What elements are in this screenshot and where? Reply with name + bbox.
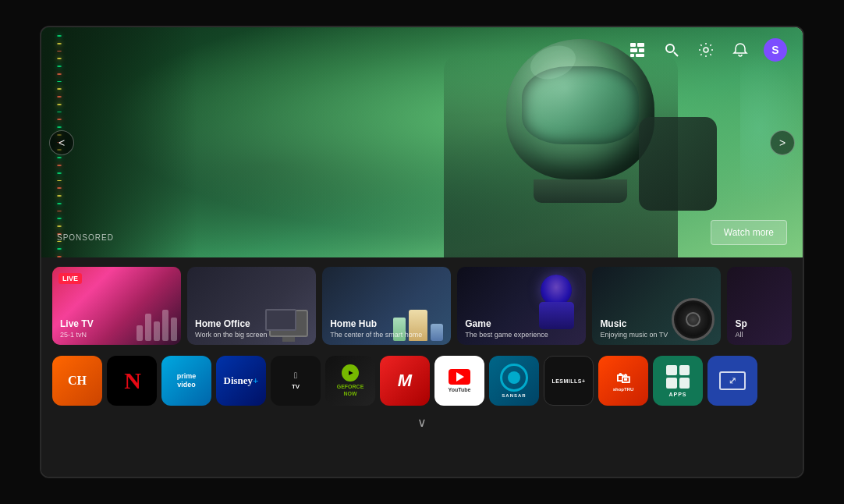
home-office-title: Home Office xyxy=(195,318,267,329)
hero-next-button[interactable]: > xyxy=(770,130,795,155)
apps-grid-icon xyxy=(666,365,690,389)
category-tile-music[interactable]: Music Enjoying music on TV xyxy=(592,267,721,345)
light-dot xyxy=(57,218,62,219)
app-prime-video[interactable]: primevideo xyxy=(161,356,211,406)
hero-prev-button[interactable]: < xyxy=(49,130,74,155)
light-dot xyxy=(57,157,62,158)
masterclass-logo: M xyxy=(398,371,412,391)
svg-point-8 xyxy=(704,48,708,52)
category-tile-sp[interactable]: Sp All xyxy=(727,267,792,345)
home-office-text: Home Office Work on the big screen xyxy=(195,318,267,339)
apps-dot xyxy=(666,365,677,376)
sansar-inner-circle xyxy=(508,371,520,384)
apps-row: CH N primevideo Disney+ TV ▶ GEFORCENOW xyxy=(41,351,803,412)
home-office-subtitle: Work on the big screen xyxy=(195,331,267,339)
shop-label: shopTRU xyxy=(613,387,634,392)
category-tile-live-tv[interactable]: LIVE Live TV 25-1 tvN xyxy=(52,267,181,345)
light-dot xyxy=(57,88,62,90)
light-dot xyxy=(57,126,62,128)
light-dot xyxy=(57,172,62,174)
category-tile-game[interactable]: Game The best game experience xyxy=(457,267,586,345)
youtube-play-triangle xyxy=(456,372,464,382)
music-title: Music xyxy=(600,318,668,329)
categories-row: LIVE Live TV 25-1 tvN Home Office Work o… xyxy=(41,257,803,351)
bell-icon[interactable] xyxy=(729,39,751,61)
light-dot xyxy=(57,211,62,212)
grid-icon[interactable] xyxy=(626,39,648,61)
sansar-logo xyxy=(500,364,528,392)
app-disney-plus[interactable]: Disney+ xyxy=(216,356,266,406)
helmet-neck xyxy=(534,179,627,203)
svg-point-6 xyxy=(666,44,674,52)
app-geforce-now[interactable]: ▶ GEFORCENOW xyxy=(325,356,375,406)
live-bar xyxy=(162,310,168,341)
light-dot xyxy=(57,180,62,182)
app-apple-tv[interactable]: TV xyxy=(271,356,321,406)
light-dot xyxy=(57,66,62,67)
apps-label: APPS xyxy=(668,392,686,397)
light-dot xyxy=(57,35,62,37)
hero-hand xyxy=(639,117,717,211)
tv-frame: S xyxy=(40,26,804,478)
light-dot xyxy=(57,203,62,204)
app-netflix[interactable]: N xyxy=(107,356,157,406)
live-bar xyxy=(154,321,160,341)
lesmills-logo: LESMILLS+ xyxy=(551,378,585,384)
app-youtube[interactable]: YouTube xyxy=(434,356,484,406)
music-vinyl xyxy=(672,298,715,341)
svg-rect-4 xyxy=(630,54,634,57)
disney-logo: Disney+ xyxy=(224,375,259,386)
app-masterclass[interactable]: M xyxy=(380,356,430,406)
hero-right-decor xyxy=(740,51,803,207)
settings-icon[interactable] xyxy=(695,39,717,61)
app-ch[interactable]: CH xyxy=(52,356,102,406)
sp-title: Sp xyxy=(735,318,746,329)
music-subtitle: Enjoying music on TV xyxy=(600,331,668,339)
app-lesmills[interactable]: LESMILLS+ xyxy=(544,356,594,406)
live-bars xyxy=(137,310,177,341)
header: S xyxy=(611,27,803,73)
light-dot xyxy=(57,58,62,59)
shop-cart-icon: 🛍 xyxy=(616,371,630,387)
geforce-text: GEFORCENOW xyxy=(337,383,364,397)
svg-line-7 xyxy=(674,52,678,56)
live-tv-title: Live TV xyxy=(60,318,94,329)
light-dot xyxy=(57,43,62,44)
netflix-logo: N xyxy=(124,367,140,394)
live-badge: LIVE xyxy=(59,273,82,284)
game-title: Game xyxy=(465,318,548,329)
svg-rect-2 xyxy=(630,48,637,52)
light-dot xyxy=(57,104,62,105)
category-tile-home-office[interactable]: Home Office Work on the big screen xyxy=(187,267,316,345)
bottom-content: LIVE Live TV 25-1 tvN Home Office Work o… xyxy=(41,257,803,477)
light-dot xyxy=(57,225,62,227)
prime-logo: primevideo xyxy=(177,372,197,389)
app-screen-cast[interactable]: ⤢ xyxy=(707,356,757,406)
monitor-screen xyxy=(265,309,296,331)
light-dot xyxy=(57,112,62,113)
live-bar xyxy=(171,318,177,341)
live-bar xyxy=(137,325,143,341)
category-tile-home-hub[interactable]: Home Hub The center of the smart home xyxy=(322,267,451,345)
light-dot xyxy=(57,248,62,250)
light-dot xyxy=(57,195,62,197)
light-dot xyxy=(57,165,62,166)
light-dot xyxy=(57,81,62,83)
youtube-label: YouTube xyxy=(449,387,471,392)
app-apps[interactable]: APPS xyxy=(653,356,703,406)
sp-subtitle: All xyxy=(735,331,746,339)
app-shop-tru[interactable]: 🛍 shopTRU xyxy=(598,356,648,406)
light-dot xyxy=(57,73,62,75)
svg-rect-0 xyxy=(630,43,636,47)
search-icon[interactable] xyxy=(661,39,683,61)
scroll-indicator: ∨ xyxy=(41,412,803,433)
avatar[interactable]: S xyxy=(764,38,787,62)
app-sansar[interactable]: SANSAR xyxy=(489,356,539,406)
sponsored-label: SPONSORED xyxy=(57,233,114,242)
home-hub-subtitle: The center of the smart home xyxy=(330,331,422,339)
item-decor xyxy=(431,324,443,341)
geforce-logo: ▶ xyxy=(342,364,359,382)
home-hub-title: Home Hub xyxy=(330,318,422,329)
light-dot xyxy=(57,119,62,120)
watch-more-button[interactable]: Watch more xyxy=(711,220,787,245)
